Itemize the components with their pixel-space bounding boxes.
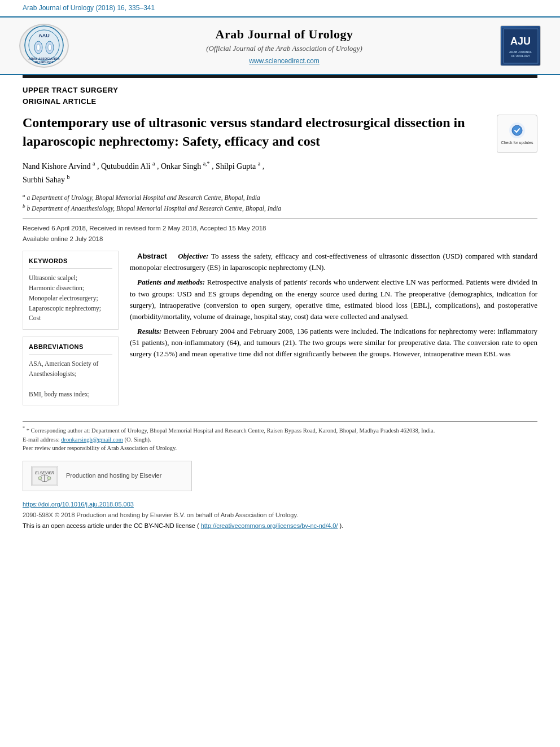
doi-link[interactable]: https://doi.org/10.1016/j.aju.2018.05.00… xyxy=(23,501,134,508)
author-onkar-sup: a,* xyxy=(203,160,210,167)
author-qutu: Qutubuddin Ali xyxy=(101,162,151,171)
check-updates-badge[interactable]: Check for updates xyxy=(497,115,537,153)
svg-text:OF UROLOGY: OF UROLOGY xyxy=(511,54,530,58)
author-shilpi: Shilpi Gupta xyxy=(216,162,256,171)
dates-divider xyxy=(23,218,537,219)
footnote-peer-review: Peer review under responsibility of Arab… xyxy=(23,444,537,453)
methods-label: Patients and methods: xyxy=(137,278,205,286)
aau-logo: AAU ARAB ASSOCIATION OF UROLOGY xyxy=(19,24,69,68)
citation-bar: Arab Journal of Urology (2018) 16, 335–3… xyxy=(0,0,560,16)
abstract-results: Results: Between February 2004 and Febru… xyxy=(130,326,537,360)
author-nand-sup: a xyxy=(93,160,95,167)
affiliation-a: a a Department of Urology, Bhopal Memori… xyxy=(23,192,537,203)
journal-subtitle: (Official Journal of the Arab Associatio… xyxy=(80,43,489,54)
svg-text:AJU: AJU xyxy=(510,36,530,47)
results-label: Results: xyxy=(137,327,161,335)
abstract-section: Abstract Objective: To assess the safety… xyxy=(130,251,537,360)
abstract-methods: Patients and methods: Retrospective anal… xyxy=(130,277,537,322)
footnote-corresponding: * * Corresponding author at: Department … xyxy=(23,425,537,435)
dates-block: Received 6 April 2018, Received in revis… xyxy=(23,223,537,244)
sidebar: KEYWORDS Ultrasonic scalpel; Harmonic di… xyxy=(23,251,119,412)
affiliations-block: a a Department of Urology, Bhopal Memori… xyxy=(23,192,537,213)
cc-license-link[interactable]: http://creativecommons.org/licenses/by-n… xyxy=(201,522,338,529)
two-col-layout: KEYWORDS Ultrasonic scalpel; Harmonic di… xyxy=(23,251,537,412)
main-content: Abstract Objective: To assess the safety… xyxy=(130,251,537,412)
check-updates-icon xyxy=(509,123,525,138)
abbreviations-box: ABBREVIATIONS ASA, American Society of A… xyxy=(23,337,119,405)
abbreviations-title: ABBREVIATIONS xyxy=(29,343,112,355)
copyright-line: 2090-598X © 2018 Production and hosting … xyxy=(23,510,537,521)
elsevier-text: Production and hosting by Elsevier xyxy=(66,471,161,480)
check-updates-text: Check for updates xyxy=(501,140,533,145)
bottom-links: https://doi.org/10.1016/j.aju.2018.05.00… xyxy=(23,499,537,531)
keyword-4: Laparoscopic nephrectomy; xyxy=(29,305,101,312)
author-surbhi-sup: b xyxy=(67,174,70,180)
keyword-2: Harmonic dissection; xyxy=(29,285,84,291)
keyword-5: Cost xyxy=(29,314,41,321)
author-qutu-sup: a xyxy=(152,160,155,167)
keywords-box: KEYWORDS Ultrasonic scalpel; Harmonic di… xyxy=(23,251,119,330)
svg-text:ARAB JOURNAL: ARAB JOURNAL xyxy=(509,50,532,54)
aju-logo: AJU ARAB JOURNAL OF UROLOGY xyxy=(500,25,541,66)
available-online: Available online 2 July 2018 xyxy=(23,234,537,244)
svg-text:AAU: AAU xyxy=(38,33,50,38)
svg-text:OF UROLOGY: OF UROLOGY xyxy=(34,60,54,64)
journal-title-block: Arab Journal of Urology (Official Journa… xyxy=(80,25,489,66)
received-dates: Received 6 April 2018, Received in revis… xyxy=(23,223,537,233)
author-onkar: Onkar Singh xyxy=(161,162,201,171)
abstract-label: Abstract xyxy=(137,252,167,260)
elsevier-box: ELSEVIER Production and hosting by Elsev… xyxy=(23,461,192,491)
svg-point-14 xyxy=(512,125,522,136)
author-shilpi-sup: a xyxy=(258,160,260,167)
footnote-area: * * Corresponding author at: Department … xyxy=(23,421,537,453)
logo-right: AJU ARAB JOURNAL OF UROLOGY xyxy=(498,23,543,68)
results-text: Between February 2004 and February 2008,… xyxy=(130,327,537,358)
keyword-3: Monopolar electrosurgery; xyxy=(29,295,98,302)
open-access-line: This is an open access article under the… xyxy=(23,521,537,531)
author-nand: Nand Kishore Arvind xyxy=(23,162,91,171)
journal-header: AAU ARAB ASSOCIATION OF UROLOGY Arab Jou… xyxy=(0,16,560,75)
svg-point-6 xyxy=(48,44,51,51)
section-label-upper-tract: UPPER TRACT SURGERY xyxy=(23,85,537,96)
section-labels: UPPER TRACT SURGERY ORIGINAL ARTICLE xyxy=(23,85,537,107)
journal-title: Arab Journal of Urology xyxy=(80,25,489,43)
abbreviations-content: ASA, American Society of Anesthesiologis… xyxy=(29,359,112,399)
abbrev-asa: ASA, American Society of Anesthesiologis… xyxy=(29,360,98,377)
objective-label: Objective: xyxy=(178,252,208,260)
email-link[interactable]: dronkarsingh@gmail.com xyxy=(61,436,123,443)
keyword-1: Ultrasonic scalpel; xyxy=(29,274,77,281)
footnote-email: E-mail address: dronkarsingh@gmail.com (… xyxy=(23,435,537,444)
doi-link-line: https://doi.org/10.1016/j.aju.2018.05.00… xyxy=(23,499,537,510)
logo-left: AAU ARAB ASSOCIATION OF UROLOGY xyxy=(17,23,71,68)
affiliation-b: b b Department of Anaesthesiology, Bhopa… xyxy=(23,203,537,213)
journal-website: www.sciencedirect.com xyxy=(80,56,489,66)
section-label-original: ORIGINAL ARTICLE xyxy=(23,96,537,107)
svg-point-5 xyxy=(37,44,40,51)
author-surbhi: Surbhi Sahay xyxy=(23,176,65,184)
header-divider xyxy=(23,75,537,78)
svg-text:ELSEVIER: ELSEVIER xyxy=(35,471,54,475)
citation-text: Arab Journal of Urology (2018) 16, 335–3… xyxy=(23,4,155,12)
svg-point-20 xyxy=(47,477,51,480)
keywords-title: KEYWORDS xyxy=(29,257,112,269)
article-title: Contemporary use of ultrasonic versus st… xyxy=(23,113,537,150)
elsevier-logo: ELSEVIER xyxy=(31,466,58,486)
svg-point-19 xyxy=(38,477,42,480)
article-body: UPPER TRACT SURGERY ORIGINAL ARTICLE Che… xyxy=(0,75,560,531)
abbrev-bmi: BMI, body mass index; xyxy=(29,391,90,397)
keywords-content: Ultrasonic scalpel; Harmonic dissection;… xyxy=(29,273,112,324)
abstract-objective: Abstract Objective: To assess the safety… xyxy=(130,251,537,273)
authors-line: Nand Kishore Arvind a , Qutubuddin Ali a… xyxy=(23,159,537,186)
